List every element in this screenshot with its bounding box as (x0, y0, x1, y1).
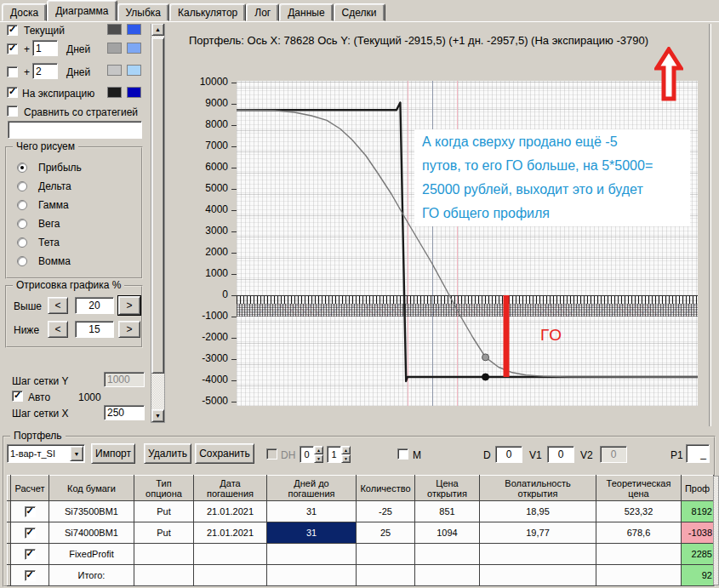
plus2-day-checkbox[interactable] (7, 66, 18, 77)
table-cell[interactable] (357, 565, 415, 586)
table-cell[interactable] (134, 565, 194, 586)
above-increase-button[interactable]: > (118, 296, 140, 315)
table-cell[interactable]: 21.01.2021 (194, 522, 267, 544)
tab-log[interactable]: Лог (246, 3, 279, 21)
table-cell[interactable]: Put (134, 522, 194, 544)
table-cell[interactable]: 18,95 (480, 501, 596, 522)
radio-delta[interactable] (17, 181, 27, 191)
tab-diagramma[interactable]: Диаграмма (47, 0, 117, 21)
compare-strategy-checkbox[interactable] (7, 106, 18, 117)
current-series-label: Текущий (24, 25, 65, 37)
table-cell[interactable] (194, 565, 267, 586)
row-calc-checkbox[interactable] (25, 506, 36, 517)
p1-field[interactable]: _ (686, 444, 710, 463)
table-cell[interactable]: -25 (357, 501, 415, 522)
table-cell[interactable]: Put (134, 501, 194, 522)
below-decrease-button[interactable]: < (48, 321, 68, 338)
d-field[interactable]: 0 (495, 446, 522, 463)
v1-field[interactable]: 0 (547, 446, 574, 463)
table-cell[interactable]: 21.01.2021 (194, 501, 267, 522)
table-cell[interactable]: FixedProfit (49, 544, 134, 565)
table-cell[interactable] (415, 565, 480, 586)
column-header[interactable]: Количество (357, 476, 415, 501)
table-cell[interactable] (134, 544, 194, 565)
spin-down-icon[interactable]: ▼ (314, 454, 323, 463)
table-cell[interactable] (415, 544, 480, 565)
plus1-days-input[interactable]: 1 (32, 40, 58, 56)
radio-vomma[interactable] (17, 256, 27, 266)
plus1-day-checkbox[interactable] (7, 43, 18, 54)
positions-table: РасчетКод бумагиТип опционаДата погашени… (7, 475, 714, 586)
table-cell[interactable]: Итого: (49, 565, 134, 586)
plus2-color-swatch-2 (127, 65, 141, 76)
tab-dannye[interactable]: Данные (279, 3, 333, 21)
tab-doska[interactable]: Доска (2, 3, 47, 21)
table-cell[interactable] (480, 544, 596, 565)
column-header[interactable]: Дней до погашения (267, 476, 357, 501)
table-cell[interactable]: Si74000BM1 (49, 522, 134, 544)
row-calc-checkbox[interactable] (25, 570, 36, 581)
tab-sdelki[interactable]: Сделки (334, 3, 385, 21)
table-cell[interactable] (194, 544, 267, 565)
table-cell[interactable] (596, 565, 682, 586)
panel-scrollbar[interactable]: ▲ ▼ (151, 22, 165, 423)
dh-spinner-2[interactable]: 1 ▲ ▼ (327, 446, 351, 463)
scroll-down-icon[interactable]: ▼ (151, 409, 164, 422)
above-decrease-button[interactable]: < (48, 297, 68, 314)
save-button[interactable]: Сохранить (195, 443, 254, 464)
column-header[interactable]: Расчет (11, 476, 49, 501)
table-cell[interactable]: Si73500BM1 (49, 501, 134, 522)
column-header[interactable]: Тип опциона (134, 476, 194, 501)
radio-vega[interactable] (17, 219, 27, 229)
column-header[interactable]: Волатильность открытия (480, 476, 596, 501)
table-cell[interactable]: 851 (415, 501, 480, 522)
radio-pribyl[interactable] (17, 163, 27, 173)
tab-kalkulyator[interactable]: Калькулятор (169, 3, 246, 21)
import-button[interactable]: Импорт (91, 443, 135, 464)
scroll-up-icon[interactable]: ▲ (151, 23, 164, 36)
above-percent-field[interactable]: 20 (75, 297, 114, 314)
table-cell[interactable]: 25 (357, 522, 415, 544)
column-header[interactable]: Проф (682, 476, 714, 501)
below-percent-field[interactable]: 15 (75, 321, 114, 338)
spin-down-icon[interactable]: ▼ (341, 454, 351, 463)
table-cell[interactable]: 31 (267, 501, 357, 522)
column-header[interactable]: Цена открытия (415, 476, 480, 501)
chevron-down-icon[interactable]: ▼ (70, 446, 83, 461)
table-cell[interactable] (267, 544, 357, 565)
below-increase-button[interactable]: > (118, 321, 140, 338)
column-header[interactable]: Код бумаги (49, 476, 134, 501)
column-header[interactable]: Дата погашения (194, 476, 267, 501)
auto-grid-checkbox[interactable] (12, 391, 23, 402)
tab-ulybka[interactable]: Улыбка (117, 3, 170, 21)
delete-button[interactable]: Удалить (144, 443, 191, 464)
expiration-series-checkbox[interactable] (7, 87, 18, 98)
table-cell[interactable] (357, 544, 415, 565)
table-cell[interactable]: 31 (267, 522, 357, 544)
radio-theta[interactable] (17, 237, 27, 248)
preset-dropdown[interactable]: 1-вар-т_SI ▼ (7, 444, 85, 463)
grid-step-x-field[interactable]: 250 (104, 405, 145, 420)
y-axis-tick-label: 4000 (167, 203, 228, 217)
scrollbar-thumb[interactable] (151, 37, 164, 374)
plot-area[interactable]: А когда сверху продано ещё -5 путов, то … (237, 81, 698, 406)
table-cell[interactable] (596, 544, 682, 565)
plus2-days-input[interactable]: 2 (32, 63, 58, 79)
table-cell[interactable] (267, 565, 357, 586)
m-checkbox[interactable] (397, 448, 408, 460)
row-calc-checkbox[interactable] (25, 528, 36, 539)
strategy-dropdown[interactable] (8, 121, 142, 139)
table-cell[interactable]: 523,32 (596, 501, 682, 522)
dh-spinner-1[interactable]: 0 ▲ ▼ (300, 446, 323, 463)
table-cell[interactable]: 678,6 (596, 522, 682, 544)
spin-up-icon[interactable]: ▲ (314, 446, 323, 454)
table-cell[interactable]: 19,77 (480, 522, 596, 544)
table-scrollbar[interactable] (713, 476, 719, 585)
table-cell[interactable] (480, 565, 596, 586)
row-calc-checkbox[interactable] (25, 549, 36, 560)
radio-gamma[interactable] (17, 200, 27, 210)
spin-up-icon[interactable]: ▲ (341, 446, 351, 454)
table-cell[interactable]: 1094 (415, 522, 480, 544)
column-header[interactable]: Теоретическая цена (596, 476, 682, 501)
current-series-checkbox[interactable] (7, 25, 18, 36)
